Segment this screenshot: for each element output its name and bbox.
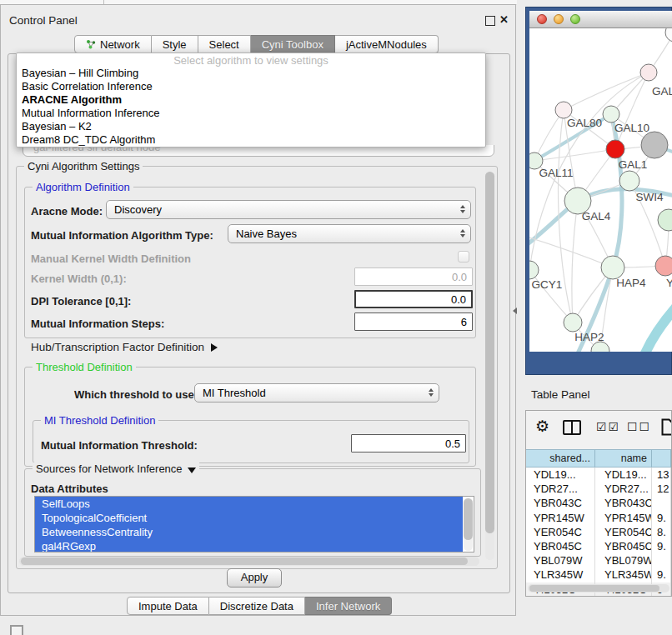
tab-jactivemnodules[interactable]: jActiveMNodules — [335, 35, 439, 53]
zoom-circle-icon[interactable] — [570, 14, 580, 24]
algorithm-option[interactable]: ARACNE Algorithm — [17, 93, 485, 107]
node-label: SWI4 — [635, 191, 663, 203]
aracne-mode-combo[interactable]: Discovery — [106, 200, 471, 219]
node-label: GAL80 — [567, 117, 602, 129]
deselect-all-icon[interactable]: ☐☐ — [627, 420, 651, 433]
table-panel: ⚙ ☑☑ ☐☐ shared...name YDL19...YDL19...13… — [525, 410, 672, 597]
table-horizontal-scrollbar[interactable] — [528, 584, 669, 592]
network-canvas[interactable]: GALGAL80GAL10GAL1GAL11SWI4GAL4GCY1HAP4YH… — [529, 28, 672, 352]
algorithm-option[interactable]: Bayesian – K2 — [17, 120, 485, 133]
tab-network[interactable]: Network — [74, 35, 152, 53]
sources-toggle[interactable]: Sources for Network Inference — [33, 462, 199, 475]
node-label: GCY1 — [532, 278, 563, 291]
sources-title: Sources for Network Inference — [36, 462, 183, 475]
dpi-tolerance-field[interactable] — [354, 290, 473, 308]
apply-button[interactable]: Apply — [227, 568, 282, 588]
document-icon[interactable] — [661, 418, 672, 438]
mi-threshold-field[interactable] — [351, 434, 466, 452]
list-scrollbar[interactable] — [464, 498, 473, 551]
gear-icon[interactable]: ⚙ — [535, 417, 549, 436]
network-node-gcy1[interactable] — [529, 261, 539, 279]
network-node[interactable] — [641, 132, 668, 158]
table-row[interactable]: YPR145WYPR145W9. — [526, 511, 671, 525]
tab-infer-network[interactable]: Infer Network — [305, 597, 392, 615]
network-icon — [86, 39, 96, 49]
network-node-hap4[interactable] — [601, 256, 624, 279]
column-header[interactable] — [652, 450, 671, 467]
data-attribute-item[interactable]: TopologicalCoefficient — [35, 511, 463, 525]
table-cell: 12 — [652, 482, 671, 496]
table-row[interactable]: YLR345WYLR345W9. — [526, 568, 671, 582]
kernel-width-label: Kernel Width (0,1): — [31, 272, 127, 285]
tab-select[interactable]: Select — [198, 35, 251, 53]
table-cell: YDL19... — [595, 468, 652, 482]
table-cell: YBL079W — [526, 553, 595, 568]
kernel-width-field[interactable] — [354, 268, 473, 286]
data-attribute-item[interactable]: BetweennessCentrality — [35, 525, 463, 539]
tab-label: Select — [209, 38, 239, 51]
node-label: GAL10 — [614, 122, 649, 134]
which-threshold-combo[interactable]: MI Threshold — [194, 383, 439, 402]
tab-label: Infer Network — [316, 600, 380, 612]
table-row[interactable]: YBL079WYBL079W — [526, 553, 671, 568]
table-row[interactable]: YDR27...YDR27...12 — [526, 482, 671, 496]
node-label: GAL — [652, 85, 672, 98]
tab-label: Style — [163, 38, 187, 51]
table-cell: YDR27... — [526, 482, 595, 496]
algorithm-option[interactable]: Bayesian – Hill Climbing — [17, 67, 485, 80]
tab-cyni-toolbox[interactable]: Cyni Toolbox — [251, 35, 335, 53]
table-cell — [652, 553, 671, 568]
mi-type-combo[interactable]: Naive Bayes — [228, 224, 471, 243]
data-attributes-listbox[interactable]: SelfLoopsTopologicalCoefficientBetweenne… — [34, 496, 474, 552]
close-circle-icon[interactable] — [537, 14, 547, 24]
horizontal-scrollbar[interactable] — [19, 557, 479, 566]
minimize-circle-icon[interactable] — [554, 14, 564, 24]
algorithm-option[interactable]: Basic Correlation Inference — [17, 80, 485, 93]
data-attribute-item[interactable]: SelfLoops — [35, 497, 463, 511]
tab-label: Network — [100, 38, 140, 51]
table-row[interactable]: YER054CYER054C8. — [526, 525, 671, 539]
network-node-swi4[interactable] — [619, 171, 639, 191]
network-node-gal1[interactable] — [606, 140, 624, 158]
network-node-gal10[interactable] — [603, 106, 619, 122]
network-node[interactable] — [658, 209, 672, 231]
split-columns-icon[interactable] — [563, 420, 581, 435]
tab-discretize-data[interactable]: Discretize Data — [209, 597, 305, 615]
tab-label: jActiveMNodules — [346, 38, 427, 51]
settings-scrollbar[interactable] — [485, 172, 494, 560]
column-header[interactable]: name — [595, 450, 652, 467]
combo-value: Naive Bayes — [236, 228, 297, 240]
minimized-window-icon[interactable] — [10, 625, 23, 635]
mi-threshold-label: Mutual Information Threshold: — [41, 439, 198, 452]
table-cell: YBR045C — [595, 539, 652, 553]
expand-right-icon — [211, 343, 218, 352]
select-all-icon[interactable]: ☑☑ — [596, 420, 620, 433]
network-node[interactable] — [665, 28, 672, 42]
combo-value: MI Threshold — [203, 387, 266, 399]
hub-definition-label: Hub/Transcription Factor Definition — [31, 341, 204, 353]
mi-steps-field[interactable] — [354, 312, 473, 331]
splitter-collapse-icon[interactable] — [513, 308, 517, 314]
network-node-y[interactable] — [655, 256, 672, 276]
column-header[interactable]: shared... — [526, 450, 595, 467]
table-cell: YBR043C — [595, 496, 652, 510]
tab-style[interactable]: Style — [152, 35, 198, 53]
close-icon[interactable]: ✕ — [499, 13, 509, 26]
tab-impute-data[interactable]: Impute Data — [127, 597, 209, 615]
float-icon[interactable] — [485, 16, 495, 26]
algorithm-option[interactable]: Dream8 DC_TDC Algorithm — [17, 133, 485, 147]
table-row[interactable]: YBR045CYBR045C9. — [526, 539, 671, 553]
manual-kernel-checkbox[interactable] — [458, 251, 469, 262]
data-attribute-item[interactable]: gal4RGexp — [35, 539, 463, 552]
hub-definition-toggle[interactable]: Hub/Transcription Factor Definition — [31, 341, 218, 353]
algorithm-option[interactable]: Mutual Information Inference — [17, 107, 485, 120]
network-node-gal80[interactable] — [555, 102, 572, 118]
network-node-hap2[interactable] — [564, 313, 582, 332]
network-node-gal[interactable] — [640, 64, 657, 81]
table-row[interactable]: YDL19...YDL19...13 — [526, 468, 671, 482]
dpi-tolerance-label: DPI Tolerance [0,1]: — [31, 295, 131, 308]
tab-label: Cyni Toolbox — [262, 38, 323, 51]
table-cell: 8. — [652, 525, 671, 539]
table-row[interactable]: YBR043CYBR043C — [526, 496, 671, 510]
combo-value: Discovery — [114, 203, 162, 216]
